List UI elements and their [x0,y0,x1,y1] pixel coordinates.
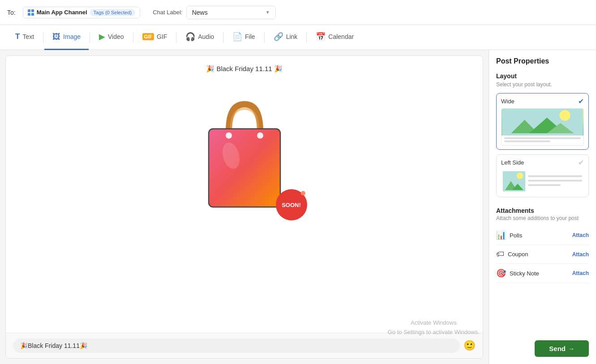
attachment-sticky-note: 🎯 Sticky Note Attach [496,264,589,283]
calendar-icon: 📅 [316,32,326,42]
top-bar: To: Main App Channel Tags (0 Selected) C… [0,0,596,25]
tab-file-label: File [245,33,255,40]
tab-image-label: Image [63,33,81,40]
tab-link[interactable]: 🔗 Link [266,25,306,50]
layout-section-label: Layout [496,72,589,80]
grid-icon [28,9,34,16]
soon-badge: SOON! [276,189,307,220]
layout-left-name: Left Side [501,159,524,166]
sticky-note-attach-button[interactable]: Attach [572,270,589,276]
tab-link-label: Link [286,33,298,40]
soon-label: SOON! [282,202,301,208]
right-panel: Post Properties Layout Select your post … [489,50,596,364]
post-title: 🎉 Black Friday 11.11 🎉 [206,65,283,73]
svg-point-2 [257,132,263,139]
tab-divider-6 [264,32,265,43]
to-label: To: [7,9,16,16]
attachment-coupon: 🏷 Coupon Attach [496,245,589,264]
svg-point-10 [517,173,523,179]
video-icon: ▶ [99,32,105,42]
send-button-wrap: Send → [535,340,589,357]
tab-calendar[interactable]: 📅 Calendar [308,25,362,50]
channel-name: Main App Channel [37,9,87,16]
chat-label-text: Chat Label: [153,9,183,16]
wide-check-icon: ✔ [578,97,584,106]
svg-point-5 [560,110,570,121]
wide-preview-img [502,109,583,135]
tab-audio-label: Audio [198,33,214,40]
tab-video-label: Video [108,33,124,40]
tab-text[interactable]: T Text [7,25,42,50]
send-arrow-icon: → [568,345,575,352]
send-button-label: Send [549,345,566,352]
tab-gif[interactable]: GIF GIF [134,25,176,50]
chat-label-wrap: Chat Label: News ▼ [153,6,276,19]
chevron-down-icon: ▼ [266,10,270,15]
attachments-title: Attachments [496,207,589,214]
polls-name: Polls [510,232,522,239]
left-preview-img [503,171,525,191]
dropdown-selected-value: News [192,9,208,16]
svg-rect-0 [209,129,280,207]
layout-left-side[interactable]: Left Side ✔ [496,154,589,197]
attachments-sub: Attach some additions to your post [496,215,589,221]
tabs-bar: T Text 🖼 Image ▶ Video GIF GIF 🎧 Audio 📄… [0,25,596,50]
tab-divider-2 [90,32,90,43]
tab-calendar-label: Calendar [328,33,354,40]
caption-input[interactable] [13,339,460,353]
attachment-polls-left: 📊 Polls [496,230,522,240]
tab-divider-1 [43,32,43,43]
tab-divider-7 [306,32,307,43]
attachment-coupon-left: 🏷 Coupon [496,250,528,259]
coupon-name: Coupon [508,251,528,258]
layout-section-sub: Select your post layout. [496,81,589,88]
attachment-polls: 📊 Polls Attach [496,226,589,245]
tab-gif-label: GIF [157,33,167,40]
text-icon: T [15,32,20,41]
polls-attach-button[interactable]: Attach [572,232,589,238]
text-input-bar: 🙂 [6,333,483,358]
polls-icon: 📊 [496,230,506,240]
sticky-note-name: Sticky Note [510,270,539,277]
soon-dot [301,191,305,195]
tags-badge[interactable]: Tags (0 Selected) [90,9,136,16]
tab-divider-5 [223,32,223,43]
sticky-note-icon: 🎯 [496,268,506,278]
chat-label-dropdown[interactable]: News ▼ [186,6,276,19]
attachment-sticky-left: 🎯 Sticky Note [496,268,539,278]
coupon-icon: 🏷 [496,250,504,259]
link-icon: 🔗 [274,32,283,42]
left-preview [501,169,584,193]
emoji-button[interactable]: 🙂 [463,340,476,351]
main-area: 🎉 Black Friday 11.11 🎉 [0,50,596,364]
tab-image[interactable]: 🖼 Image [44,25,89,50]
file-icon: 📄 [232,32,242,42]
tab-audio[interactable]: 🎧 Audio [177,25,222,50]
layout-wide-name: Wide [501,98,515,105]
shopping-bag-container: SOON! [195,82,294,225]
canvas-preview: 🎉 Black Friday 11.11 🎉 [6,56,483,333]
svg-point-1 [226,132,232,139]
coupon-attach-button[interactable]: Attach [572,251,589,258]
tab-divider-4 [176,32,176,43]
audio-icon: 🎧 [185,32,195,42]
tab-video[interactable]: ▶ Video [91,25,132,50]
tab-file[interactable]: 📄 File [224,25,263,50]
channel-selector[interactable]: Main App Channel Tags (0 Selected) [23,7,141,18]
tab-divider-3 [133,32,133,43]
send-button[interactable]: Send → [535,340,589,357]
gif-icon: GIF [142,33,154,40]
tab-text-label: Text [22,33,34,40]
canvas-area: 🎉 Black Friday 11.11 🎉 [5,55,483,359]
layout-wide[interactable]: Wide ✔ [496,93,589,150]
wide-preview [501,108,584,146]
image-icon: 🖼 [52,32,60,42]
panel-title: Post Properties [496,57,589,65]
left-check-icon: ✔ [578,158,584,167]
